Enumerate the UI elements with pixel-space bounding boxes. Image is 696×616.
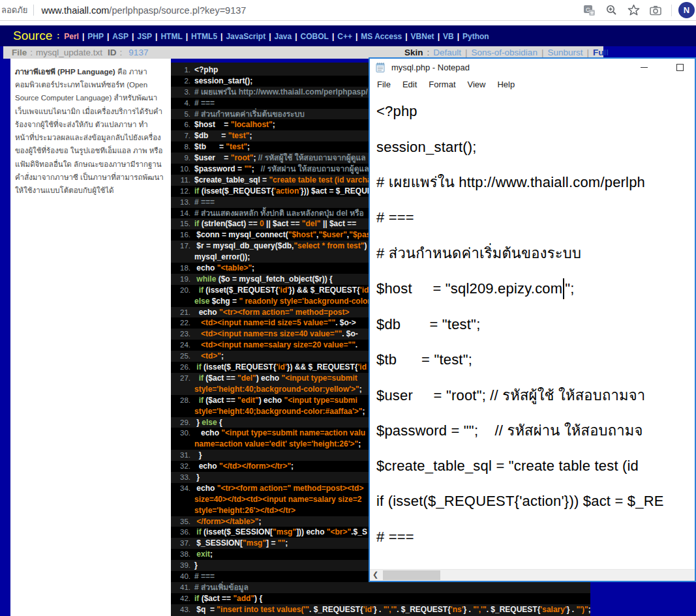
skin-separator: | <box>586 48 589 57</box>
code-token: "$user" <box>318 229 346 241</box>
nav-link-java[interactable]: Java <box>275 32 292 41</box>
code-token: . $o-> <box>335 317 356 329</box>
scrollbar-thumb[interactable] <box>383 570 440 580</box>
url-domain: www.thaiall.com <box>41 5 109 16</box>
skin-link-default[interactable]: Default <box>433 48 461 57</box>
code-token: " readonly style='background-color: <box>239 296 373 307</box>
code-token: 'action' <box>274 186 301 197</box>
menu-format[interactable]: Format <box>423 80 461 89</box>
code-token: ) <box>364 241 367 252</box>
code-token: # เผยแพร่ใน http://www.thaiall.com/perlp… <box>194 87 368 98</box>
line-number: 2. <box>171 76 194 87</box>
nav-separator: | <box>295 32 297 41</box>
skin-links: Default|Sons-of-obsidian|Sunburst|Full <box>433 48 609 57</box>
code-token: 'id <box>357 362 367 373</box>
nav-separator: | <box>405 32 407 41</box>
code-token: } <box>194 472 200 483</box>
nav-link-html5[interactable]: HTML5 <box>191 32 217 41</box>
line-number: 22. <box>171 317 194 329</box>
menu-edit[interactable]: Edit <box>397 80 423 89</box>
nav-link-php[interactable]: PHP <box>87 32 104 41</box>
line-number: 21. <box>171 307 194 318</box>
code-token: <?php <box>194 65 218 76</box>
nav-link-jsp[interactable]: JSP <box>137 32 152 41</box>
nav-link-ms-access[interactable]: MS Access <box>361 32 402 41</box>
code-token: ($act == <box>204 373 237 384</box>
nav-separator: | <box>186 32 188 41</box>
line-number <box>171 296 194 307</box>
notepad-title-bar[interactable]: mysql.php - Notepad <box>370 59 695 76</box>
translate-icon[interactable]: G <box>583 4 596 17</box>
code-token: }) && $_REQUEST{ <box>287 362 358 373</box>
scroll-left-arrow[interactable]: ❮ <box>372 570 378 579</box>
code-token: } <box>194 450 202 461</box>
notepad-text-area[interactable]: <?phpsession_start();# เผยแพร่ใน http://… <box>370 93 695 569</box>
code-token <box>194 285 199 296</box>
code-token: ($act == <box>199 593 233 604</box>
browser-address-bar[interactable]: ลอดภัย www.thaiall.com/perlphpasp/source… <box>0 0 696 21</box>
code-token: echo <box>194 428 221 439</box>
code-token: 'id <box>360 285 369 296</box>
file-colon: : <box>30 48 33 57</box>
nav-link-vbnet[interactable]: VBNet <box>411 32 434 41</box>
nav-link-perl[interactable]: Perl <box>64 32 79 41</box>
code-token: <td>" <box>194 351 221 362</box>
notepad-horizontal-scrollbar[interactable]: ❮ <box>370 569 695 581</box>
code-token: $conn = mysql_connect( <box>194 229 288 241</box>
profile-avatar[interactable]: N <box>678 2 695 18</box>
maximize-button[interactable] <box>667 59 693 76</box>
skin-link-full[interactable]: Full <box>593 48 609 57</box>
code-token: "<table>" <box>217 263 252 274</box>
bookmark-star-icon[interactable] <box>627 4 640 17</box>
code-token: "<tr><form action=" method=post><td> <box>217 483 364 494</box>
camera-icon[interactable] <box>649 4 662 17</box>
line-number: 33. <box>171 472 194 483</box>
line-number: 19. <box>171 274 194 285</box>
id-label: ID <box>108 48 117 57</box>
code-token: . $_REQUEST{ <box>309 604 363 615</box>
nav-link-c-[interactable]: C++ <box>337 32 352 41</box>
code-token: # ส่วนกำหนดค่าเริ่มต้นของระบบ <box>194 109 305 120</box>
notepad-window[interactable]: mysql.php - Notepad FileEditFormatViewHe… <box>369 57 696 582</box>
text-caret <box>563 278 564 299</box>
skin-link-sunburst[interactable]: Sunburst <box>547 48 583 57</box>
notepad-line: $user = "root"; // รหัสผู้ใช้ ให้สอบถามจ… <box>376 377 695 413</box>
notepad-line: $host = "sql209.epizy.com"; <box>376 271 695 306</box>
code-token: echo <box>194 461 219 472</box>
zoom-icon[interactable] <box>605 4 618 17</box>
skin-label: Skin <box>404 48 423 57</box>
code-token: 'ns' <box>451 604 464 615</box>
code-token: "<input type=submit <box>281 373 357 384</box>
code-token: # === <box>194 571 215 582</box>
security-label: ลอดภัย <box>1 3 27 17</box>
nav-link-asp[interactable]: ASP <box>112 32 129 41</box>
menu-file[interactable]: File <box>371 80 397 89</box>
nav-link-vb[interactable]: VB <box>443 32 454 41</box>
code-token: } . <box>374 604 384 615</box>
nav-link-html[interactable]: HTML <box>160 32 182 41</box>
id-value: 9137 <box>129 48 148 57</box>
nav-separator: | <box>132 32 134 41</box>
notepad-line: session_start(); <box>376 129 695 164</box>
code-token: <td><input name=salary size=20 value="" <box>194 340 356 351</box>
nav-link-cobol[interactable]: COBOL <box>301 32 329 41</box>
url-separator <box>33 5 34 16</box>
line-number: 6. <box>171 119 194 130</box>
code-token: else <box>194 296 209 307</box>
code-token: } . <box>464 604 474 615</box>
code-token: (strlen($act) == <box>199 218 260 229</box>
minimize-button[interactable] <box>631 59 657 76</box>
code-token: $chg = <box>209 296 239 307</box>
nav-link-python[interactable]: Python <box>462 32 489 41</box>
nav-link-javascript[interactable]: JavaScript <box>226 32 265 41</box>
skin-link-sons-of-obsidian[interactable]: Sons-of-obsidian <box>472 48 537 57</box>
code-token: $user = <box>194 153 231 164</box>
menu-view[interactable]: View <box>462 80 492 89</box>
line-number: 17. <box>171 241 194 252</box>
notepad-line: <?php <box>376 94 695 129</box>
line-number <box>171 494 194 505</box>
menu-help[interactable]: Help <box>491 80 521 89</box>
notepad-line: $create_table_sql = "create table test (… <box>376 448 695 484</box>
line-number: 16. <box>171 229 194 241</box>
nav-separator: | <box>107 32 109 41</box>
